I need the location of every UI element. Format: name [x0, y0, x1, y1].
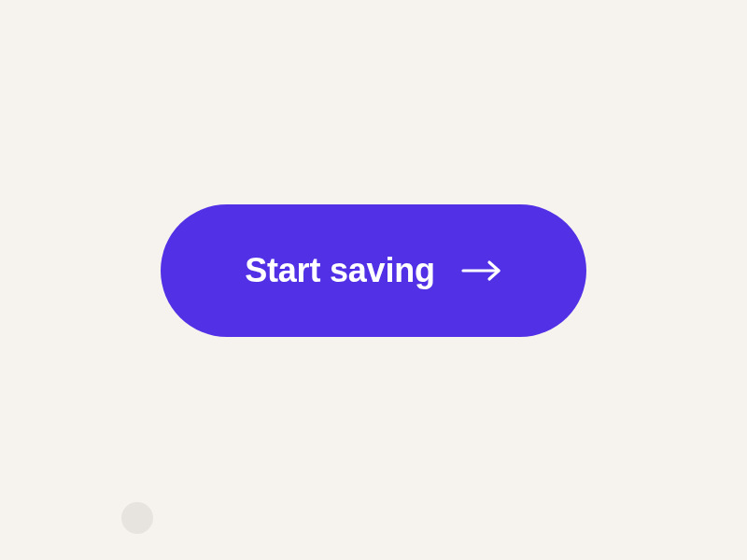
decorative-dot	[121, 502, 153, 534]
arrow-right-icon	[461, 259, 502, 282]
start-saving-button[interactable]: Start saving	[161, 204, 586, 337]
start-saving-label: Start saving	[245, 251, 435, 290]
